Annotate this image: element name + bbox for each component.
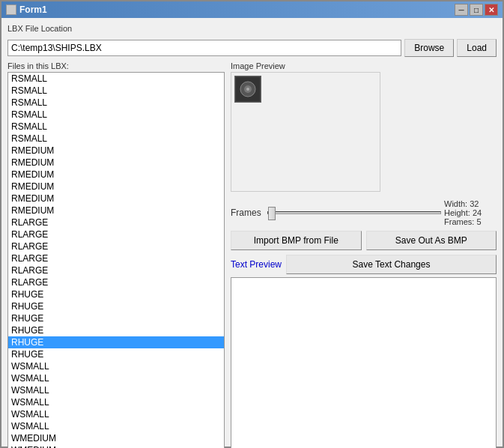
preview-thumbnail xyxy=(234,76,261,103)
right-panel: Image Preview Fr xyxy=(231,61,497,448)
file-path-input[interactable] xyxy=(7,40,401,56)
frames-slider-track xyxy=(267,211,441,214)
text-preview-section: Text Preview Save Text Changes xyxy=(231,255,497,448)
list-item[interactable]: RHUGE xyxy=(8,336,224,348)
image-preview-label: Image Preview xyxy=(231,61,497,70)
main-window: Form1 ─ □ ✕ LBX File Location Browse Loa… xyxy=(0,0,504,448)
frames-info: Width: 32 Height: 24 Frames: 5 xyxy=(444,199,497,226)
list-item[interactable]: RHUGE xyxy=(8,324,224,336)
window-icon xyxy=(6,4,16,15)
main-area: Files in this LBX: RSMALLRSMALLRSMALLRSM… xyxy=(7,61,497,448)
list-item[interactable]: WMEDIUM xyxy=(8,432,224,444)
height-label: Height: 24 xyxy=(444,208,497,217)
frames-section: Frames Width: 32 Height: 24 Frames: 5 xyxy=(231,196,497,226)
list-item[interactable]: WSMALL xyxy=(8,372,224,384)
text-preview-label: Text Preview xyxy=(231,259,282,270)
maximize-button[interactable]: □ xyxy=(470,4,483,16)
list-item[interactable]: RMEDIUM xyxy=(8,145,224,157)
content-area: LBX File Location Browse Load Files in t… xyxy=(1,18,503,448)
action-buttons: Import BMP from File Save Out As BMP xyxy=(231,231,497,250)
frames-label: Frames xyxy=(231,208,264,218)
width-label: Width: 32 xyxy=(444,199,497,208)
list-item[interactable]: RMEDIUM xyxy=(8,205,224,217)
text-preview-header: Text Preview Save Text Changes xyxy=(231,255,497,274)
svg-point-3 xyxy=(246,88,249,91)
window-controls: ─ □ ✕ xyxy=(455,4,498,16)
frames-slider-thumb[interactable] xyxy=(268,207,276,220)
list-item[interactable]: WSMALL xyxy=(8,396,224,408)
list-item[interactable]: RSMALL xyxy=(8,133,224,145)
ship-icon xyxy=(236,77,260,101)
load-button[interactable]: Load xyxy=(457,39,497,57)
list-item[interactable]: WSMALL xyxy=(8,420,224,432)
files-list-label: Files in this LBX: xyxy=(7,61,225,70)
list-item[interactable]: WSMALL xyxy=(8,360,224,372)
close-button[interactable]: ✕ xyxy=(485,4,498,16)
window-title: Form1 xyxy=(19,4,47,15)
image-preview-section: Image Preview xyxy=(231,61,497,192)
browse-button[interactable]: Browse xyxy=(404,39,454,57)
list-item[interactable]: RHUGE xyxy=(8,312,224,324)
frames-slider-container xyxy=(267,205,441,220)
list-item[interactable]: RSMALL xyxy=(8,121,224,133)
file-location-label: LBX File Location xyxy=(7,24,497,33)
list-item[interactable]: WMEDIUM xyxy=(8,444,224,448)
list-item[interactable]: RMEDIUM xyxy=(8,157,224,169)
list-item[interactable]: RMEDIUM xyxy=(8,169,224,181)
list-item[interactable]: RLARGE xyxy=(8,276,224,288)
list-item[interactable]: RHUGE xyxy=(8,288,224,300)
list-item[interactable]: RHUGE xyxy=(8,348,224,360)
save-bmp-button[interactable]: Save Out As BMP xyxy=(366,231,497,250)
files-list[interactable]: RSMALLRSMALLRSMALLRSMALLRSMALLRSMALLRMED… xyxy=(7,72,225,448)
list-item[interactable]: RSMALL xyxy=(8,85,224,97)
list-item[interactable]: RLARGE xyxy=(8,240,224,252)
file-location-row: Browse Load xyxy=(7,39,497,57)
list-item[interactable]: RSMALL xyxy=(8,109,224,121)
list-item[interactable]: RHUGE xyxy=(8,300,224,312)
save-text-button[interactable]: Save Text Changes xyxy=(286,255,497,274)
list-item[interactable]: RSMALL xyxy=(8,97,224,109)
list-item[interactable]: RLARGE xyxy=(8,264,224,276)
list-item[interactable]: RLARGE xyxy=(8,252,224,264)
text-preview-area[interactable] xyxy=(231,277,497,448)
list-item[interactable]: RLARGE xyxy=(8,228,224,240)
list-item[interactable]: WSMALL xyxy=(8,408,224,420)
list-item[interactable]: RMEDIUM xyxy=(8,181,224,193)
list-item[interactable]: RSMALL xyxy=(8,73,224,85)
minimize-button[interactable]: ─ xyxy=(455,4,468,16)
list-item[interactable]: RLARGE xyxy=(8,217,224,228)
title-bar: Form1 ─ □ ✕ xyxy=(1,1,503,18)
list-item[interactable]: WSMALL xyxy=(8,384,224,396)
frames-count-label: Frames: 5 xyxy=(444,217,497,226)
import-bmp-button[interactable]: Import BMP from File xyxy=(231,231,362,250)
left-panel: Files in this LBX: RSMALLRSMALLRSMALLRSM… xyxy=(7,61,225,448)
list-item[interactable]: RMEDIUM xyxy=(8,193,224,205)
image-preview-box xyxy=(231,72,380,192)
